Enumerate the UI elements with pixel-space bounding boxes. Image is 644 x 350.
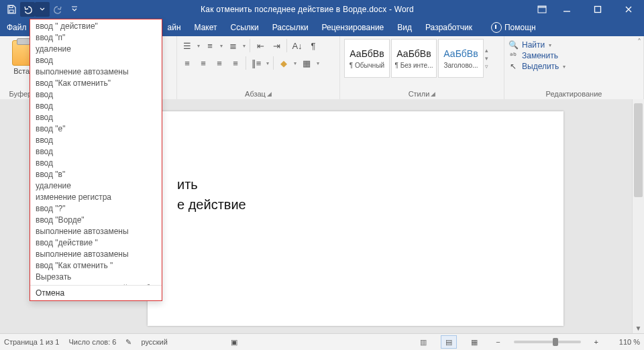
bullets-button[interactable]: ☰ [181, 40, 193, 52]
qat-customize-button[interactable] [67, 2, 82, 17]
undo-history-item[interactable]: Вырезать [30, 272, 162, 283]
cursor-icon: ↖ [508, 62, 518, 71]
find-button[interactable]: 🔍Найти ▾ [508, 40, 639, 50]
styles-scroll-down[interactable]: ▾ [485, 55, 494, 62]
maximize-button[interactable] [582, 0, 613, 19]
increase-indent-button[interactable]: ⇥ [270, 40, 282, 52]
style-no-spacing[interactable]: АаБбВв ¶ Без инте... [391, 39, 437, 78]
styles-scroll-up[interactable]: ▴ [485, 47, 494, 54]
document-text-line: ить [177, 177, 198, 192]
minimize-button[interactable] [551, 0, 582, 19]
paragraph-dialog-launcher[interactable]: ◢ [267, 91, 272, 97]
borders-button[interactable]: ▦ [301, 57, 313, 69]
undo-history-item[interactable]: ввод "действие " [30, 237, 162, 249]
macro-icon[interactable]: ▣ [231, 338, 237, 347]
undo-history-item[interactable]: ввод [30, 135, 162, 146]
tell-me-label: Помощн [504, 23, 536, 32]
shading-button[interactable]: ◆ [278, 57, 290, 69]
scroll-down-button[interactable]: ▼ [633, 323, 644, 334]
undo-history-item[interactable]: ввод [30, 158, 162, 169]
status-word-count[interactable]: Число слов: 6 [68, 338, 116, 346]
zoom-in-button[interactable]: + [590, 338, 602, 346]
numbering-button[interactable]: ≡ [204, 40, 216, 52]
style-label: ¶ Обычный [350, 62, 384, 69]
undo-history-item[interactable]: ввод "?" [30, 203, 162, 215]
undo-history-item[interactable]: ввод "в" [30, 169, 162, 180]
find-label: Найти [522, 40, 545, 50]
undo-button[interactable] [20, 2, 35, 17]
replace-button[interactable]: ᵃᵇЗаменить [508, 51, 639, 60]
align-left-button[interactable]: ≡ [181, 57, 193, 69]
vertical-scrollbar[interactable]: ▲ ▼ [632, 99, 644, 334]
ribbon-options-button[interactable] [533, 0, 551, 19]
zoom-level[interactable]: 110 % [612, 338, 640, 346]
undo-history-item[interactable]: ввод "п" [30, 32, 162, 44]
status-bar: Страница 1 из 1 Число слов: 6 ✎ русский … [0, 333, 644, 350]
undo-history-item[interactable]: ввод [30, 112, 162, 123]
style-preview: АаБбВв [396, 48, 431, 59]
align-right-button[interactable]: ≡ [213, 57, 225, 69]
line-spacing-button[interactable]: ‖≡ [250, 57, 262, 69]
undo-history-item[interactable]: удаление [30, 180, 162, 192]
show-marks-button[interactable]: ¶ [307, 40, 319, 52]
view-web-layout[interactable]: ▦ [466, 335, 482, 349]
undo-history-list[interactable]: ввод " действие"ввод "п"удалениевводвыпо… [30, 19, 162, 285]
undo-history-item[interactable]: ввод [30, 101, 162, 112]
style-normal[interactable]: АаБбВв ¶ Обычный [344, 39, 390, 78]
select-button[interactable]: ↖Выделить ▾ [508, 62, 639, 71]
zoom-out-button[interactable]: − [492, 338, 504, 346]
quick-access-toolbar [0, 2, 82, 17]
spellcheck-icon[interactable]: ✎ [125, 338, 131, 347]
align-center-button[interactable]: ≡ [197, 57, 209, 69]
lightbulb-icon [491, 22, 502, 33]
tab-review[interactable]: Рецензирование [315, 19, 391, 36]
justify-button[interactable]: ≡ [229, 57, 241, 69]
undo-history-item[interactable]: пропуск грамматической ошибки [30, 283, 162, 285]
view-print-layout[interactable]: ▤ [441, 335, 457, 349]
tab-file[interactable]: Файл [0, 19, 34, 36]
undo-history-item[interactable]: выполнение автозамены [30, 226, 162, 237]
undo-history-item[interactable]: изменение регистра [30, 192, 162, 203]
undo-history-item[interactable]: удаление [30, 44, 162, 55]
status-language[interactable]: русский [141, 338, 167, 346]
scroll-thumb[interactable] [634, 103, 643, 197]
undo-history-item[interactable]: ввод [30, 146, 162, 158]
undo-history-item[interactable]: ввод "Как отменить" [30, 78, 162, 89]
undo-history-footer[interactable]: Отмена [30, 285, 162, 300]
tab-references[interactable]: Ссылки [224, 19, 266, 36]
save-button[interactable] [4, 2, 19, 17]
status-page[interactable]: Страница 1 из 1 [4, 338, 59, 346]
tab-developer[interactable]: Разработчик [419, 19, 479, 36]
tab-view[interactable]: Вид [390, 19, 419, 36]
svg-rect-0 [9, 6, 13, 8]
undo-history-item[interactable]: ввод [30, 55, 162, 66]
undo-history-item[interactable]: выполнение автозамены [30, 249, 162, 260]
document-page[interactable]: ить е действие [148, 111, 564, 326]
tab-layout[interactable]: Макет [188, 19, 224, 36]
undo-history-item[interactable]: ввод "Как отменить " [30, 260, 162, 272]
style-heading1[interactable]: АаБбВв Заголово... [438, 39, 484, 78]
zoom-slider-knob[interactable] [553, 338, 558, 346]
sort-button[interactable]: A↓ [291, 40, 303, 52]
zoom-slider[interactable] [514, 341, 581, 343]
undo-history-item[interactable]: ввод " действие" [30, 21, 162, 32]
undo-history-dropdown-button[interactable] [35, 2, 50, 17]
multilevel-list-button[interactable]: ≣ [227, 40, 239, 52]
group-styles-label: Стили [409, 90, 430, 98]
search-icon: 🔍 [508, 40, 518, 50]
tell-me-search[interactable]: Помощн [484, 19, 543, 36]
view-read-mode[interactable]: ▥ [415, 335, 431, 349]
svg-rect-3 [538, 6, 546, 8]
undo-history-item[interactable]: выполнение автозамены [30, 66, 162, 78]
undo-history-panel: ввод " действие"ввод "п"удалениевводвыпо… [30, 19, 162, 301]
close-button[interactable] [613, 0, 644, 19]
styles-expand[interactable]: ▿ [485, 63, 494, 70]
redo-button[interactable] [51, 2, 66, 17]
styles-dialog-launcher[interactable]: ◢ [431, 91, 435, 97]
tab-mailings[interactable]: Рассылки [266, 19, 315, 36]
collapse-ribbon-button[interactable]: ˄ [637, 38, 641, 47]
undo-history-item[interactable]: ввод [30, 89, 162, 101]
undo-history-item[interactable]: ввод "е" [30, 123, 162, 135]
decrease-indent-button[interactable]: ⇤ [254, 40, 266, 52]
undo-history-item[interactable]: ввод "Ворде" [30, 215, 162, 226]
